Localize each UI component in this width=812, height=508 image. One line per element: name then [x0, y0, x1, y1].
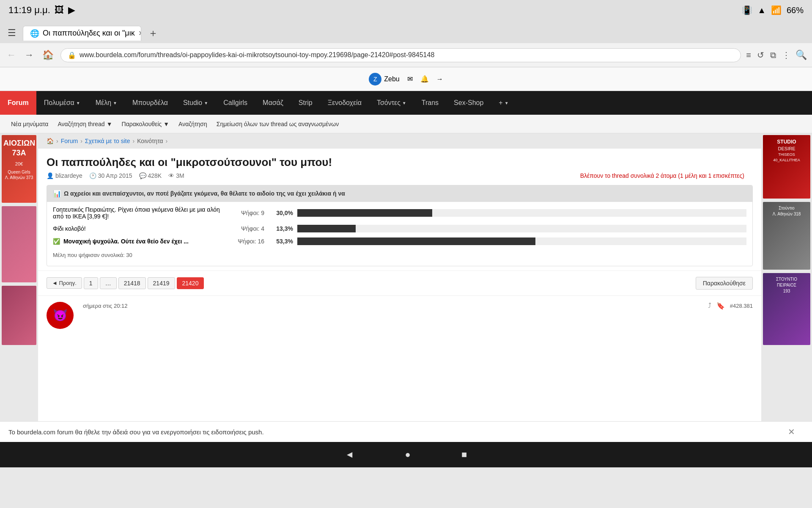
android-recents-button[interactable]: ■ [461, 449, 467, 460]
dropdown-caret-icon: ▼ [163, 121, 169, 127]
clock-icon: 🕐 [89, 172, 96, 179]
poll-option-text-1: Γοητευτικός Πειραιώτης. Ρίχνει όποια γκό… [53, 206, 222, 220]
bookmark-icon[interactable]: 🔖 [716, 302, 725, 310]
tabs-icon[interactable]: ⧉ [770, 50, 776, 60]
nav-item-more[interactable]: + ▼ [491, 91, 516, 115]
nav-item-tsонtes[interactable]: Τσόντες ▼ [369, 91, 414, 115]
prev-page-button[interactable]: ◄ Προηγ. [47, 277, 82, 289]
poll-option-3: ✅ Μοναχική ψυχούλα. Ούτε ένα θείο δεν έχ… [53, 237, 746, 245]
breadcrumb-section[interactable]: Σχετικά με το site [85, 138, 130, 144]
subnav-following[interactable]: Παρακολουθείς ▼ [118, 121, 174, 127]
nav-item-strip[interactable]: Strip [291, 91, 320, 115]
nav-item-callgirls[interactable]: Callgirls [216, 91, 255, 115]
subnav-new-messages[interactable]: Νέα μηνύματα [7, 121, 52, 127]
vibrate-icon: 📳 [742, 5, 752, 15]
page-21419-button[interactable]: 21419 [148, 277, 175, 289]
breadcrumb: 🏠 › Forum › Σχετικά με το site › Κοινότη… [38, 133, 761, 149]
reader-mode-icon[interactable]: ≡ [746, 50, 751, 60]
left-ad-2 [2, 206, 36, 282]
poll-option-text-3: ✅ Μοναχική ψυχούλα. Ούτε ένα θείο δεν έχ… [53, 238, 222, 245]
post-meta: σήμερα στις 20:12 ⤴ 🔖 #428.381 [83, 302, 753, 310]
battery-display: 66% [787, 6, 804, 15]
nav-item-massage[interactable]: Μασάζ [255, 91, 291, 115]
poll-icon: 📊 [53, 190, 61, 198]
nav-item-multimedia[interactable]: Πολυμέσα ▼ [36, 91, 88, 115]
forward-button[interactable]: → [23, 48, 36, 62]
user-avatar: Z [369, 73, 381, 86]
logout-icon[interactable]: → [436, 75, 443, 83]
browser-chrome: ☰ 🌐 Οι παππούληδες και οι "μικ ✕ ＋ ← → 🏠… [0, 20, 812, 67]
nav-item-members[interactable]: Μέλη ▼ [88, 91, 125, 115]
poll-bar-1 [297, 209, 432, 217]
notification-bell-icon[interactable]: 🔔 [420, 75, 429, 83]
home-icon[interactable]: 🏠 [47, 138, 54, 144]
poll-option-1: Γοητευτικός Πειραιώτης. Ρίχνει όποια γκό… [53, 206, 746, 220]
android-home-button[interactable]: ● [405, 449, 411, 460]
breadcrumb-community: Κοινότητα [137, 138, 163, 144]
poll-option-votes-3: Ψήφοι: 16 [222, 238, 264, 245]
post-time: σήμερα στις 20:12 [83, 303, 128, 309]
back-button[interactable]: ← [5, 48, 18, 62]
post-actions: ⤴ 🔖 #428.381 [708, 302, 753, 310]
username: Zebu [384, 75, 399, 83]
tab-close-button[interactable]: ✕ [138, 29, 141, 37]
avatar-image: 😈 [47, 302, 74, 329]
nav-item-studio[interactable]: Studio ▼ [176, 91, 216, 115]
more-options-icon[interactable]: ⋮ [782, 50, 790, 60]
nav-item-forum[interactable]: Forum [0, 91, 36, 115]
breadcrumb-forum[interactable]: Forum [61, 138, 78, 144]
mail-icon[interactable]: ✉ [407, 75, 413, 83]
post-row: 😈 σήμερα στις 20:12 ⤴ 🔖 #428.381 [38, 295, 761, 335]
thread-replies: 💬 428K [139, 172, 162, 179]
home-button[interactable]: 🏠 [41, 48, 55, 62]
page-21420-button[interactable]: 21420 [177, 277, 204, 289]
notification-close-button[interactable]: ✕ [788, 427, 795, 437]
tab-bar: ☰ 🌐 Οι παππούληδες και οι "μικ ✕ ＋ [0, 20, 812, 43]
poll-total: Μέλη που ψήφισαν συνολικά: 30 [53, 250, 746, 262]
address-bar: ← → 🏠 🔒 www.bourdela.com/forum/threads/o… [0, 43, 812, 67]
share-icon[interactable]: ⤴ [708, 302, 711, 309]
page-1-button[interactable]: 1 [84, 277, 98, 289]
dropdown-caret: ▼ [505, 101, 509, 105]
thread-author: 👤 blizardeye [47, 172, 82, 179]
subnav-mark-read[interactable]: Σημείωση όλων των thread ως αναγνωσμένων [212, 121, 343, 127]
poll-bar-wrap-3 [297, 237, 746, 245]
views-icon: 👁 [168, 172, 174, 179]
tab-title: Οι παππούληδες και οι "μικ [43, 29, 135, 38]
nav-item-sexshop[interactable]: Sex-Shop [446, 91, 491, 115]
left-ad-1: ΑΙΟΣΙΩΝ 73Α 20€ Queen GirlsΛ. Αθηνών 373 [2, 135, 36, 203]
poll-option-pct-3: 53,3% [268, 238, 293, 245]
android-back-button[interactable]: ◄ [345, 449, 354, 460]
subnav-search[interactable]: Αναζήτηση [174, 121, 211, 127]
subnav-search-thread[interactable]: Αναζήτηση thread ▼ [53, 121, 116, 127]
sub-navigation: Νέα μηνύματα Αναζήτηση thread ▼ Παρακολο… [0, 115, 812, 133]
url-input[interactable]: 🔒 www.bourdela.com/forum/threads/oi-papp… [60, 48, 741, 62]
dropdown-caret: ▼ [76, 101, 80, 105]
nav-item-hotels[interactable]: Ξενοδοχεία [320, 91, 369, 115]
poll-section: 📊 Ω αχρείοι και ανεπαίσχυντοι, αν ποτέ β… [47, 185, 753, 266]
tab-favicon: 🌐 [30, 29, 39, 38]
photo-icon: 🖼 [55, 5, 64, 16]
thread-title: Οι παππούληδες και οι "μικροτσούτσουνοι"… [47, 155, 753, 170]
new-tab-button[interactable]: ＋ [145, 25, 162, 41]
follow-thread-button[interactable]: Παρακολούθησε [696, 277, 753, 290]
notification-bar: Το bourdela.com forum θα ήθελε την άδειά… [0, 421, 812, 442]
thread-date: 🕐 30 Απρ 2015 [89, 172, 132, 179]
poll-option-votes-1: Ψήφοι: 9 [222, 210, 264, 216]
user-account[interactable]: Z Zebu [369, 73, 399, 86]
active-tab[interactable]: 🌐 Οι παππούληδες και οι "μικ ✕ [23, 26, 141, 41]
poll-options: Γοητευτικός Πειραιώτης. Ρίχνει όποια γκό… [47, 202, 752, 266]
status-bar: 11:19 μ.μ. 🖼 ▶ 📳 ▲ 📶 66% [0, 0, 812, 20]
page-ellipsis: … [100, 277, 117, 289]
right-ad-2: Στούντιο Λ. Αθηνών 318 [763, 202, 810, 270]
post-content: σήμερα στις 20:12 ⤴ 🔖 #428.381 [83, 302, 753, 329]
nav-item-trans[interactable]: Trans [414, 91, 446, 115]
hamburger-menu[interactable]: ☰ [4, 26, 19, 40]
left-sidebar: ΑΙΟΣΙΩΝ 73Α 20€ Queen GirlsΛ. Αθηνών 373 [0, 133, 38, 421]
refresh-icon[interactable]: ↺ [757, 50, 764, 60]
page-21418-button[interactable]: 21418 [118, 277, 146, 289]
secure-lock-icon: 🔒 [68, 51, 76, 59]
nav-item-bordello[interactable]: Μπουρδέλα [125, 91, 176, 115]
notification-text: Το bourdela.com forum θα ήθελε την άδειά… [8, 428, 264, 436]
search-button[interactable]: 🔍 [796, 50, 807, 61]
